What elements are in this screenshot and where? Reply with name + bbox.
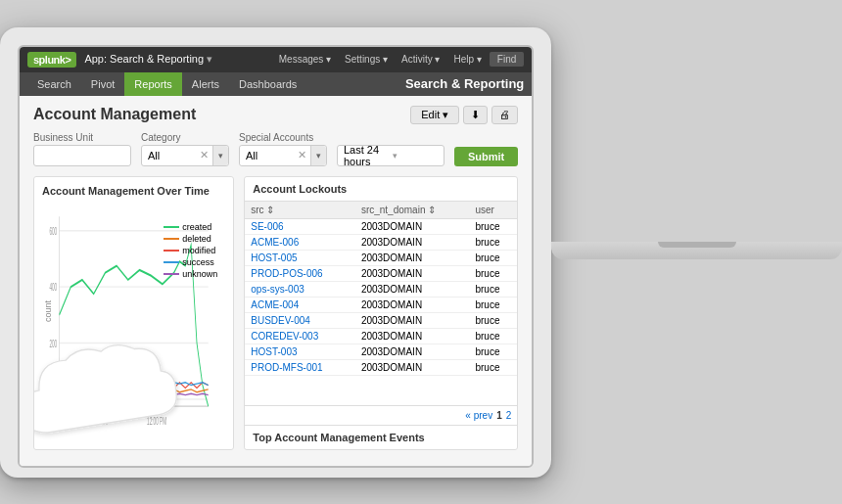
- legend-color-deleted: [164, 238, 179, 240]
- page-1-btn[interactable]: 1: [496, 410, 502, 421]
- lockouts-title: Account Lockouts: [245, 177, 517, 202]
- src-cell[interactable]: PROD-MFS-001: [245, 359, 355, 375]
- time-value: Last 24 hours: [344, 144, 389, 167]
- filters-row: Business Unit Category All ✕ ▾ Special A…: [33, 132, 518, 166]
- export-button[interactable]: ⬇: [463, 106, 488, 124]
- domain-cell: 2003DOMAIN: [355, 297, 470, 312]
- time-label: [337, 132, 444, 143]
- src-cell[interactable]: SE-006: [245, 218, 355, 234]
- nav-dashboards[interactable]: Dashboards: [229, 72, 306, 96]
- user-cell: bruce: [469, 312, 517, 328]
- page-header: Account Management Edit ▾ ⬇ 🖨: [33, 106, 518, 124]
- panels-container: Account Management Over Time count: [33, 176, 518, 450]
- top-nav: splunk> App: Search & Reporting ▾ Messag…: [20, 47, 532, 72]
- table-panel: Account Lockouts src ⇕ src_nt_domain ⇕ u…: [244, 176, 518, 450]
- user-cell: bruce: [469, 359, 517, 375]
- business-unit-filter: Business Unit: [33, 132, 131, 166]
- edit-button[interactable]: Edit ▾: [410, 106, 459, 124]
- category-arrow-icon[interactable]: ▾: [212, 146, 228, 165]
- content-area: Account Management Edit ▾ ⬇ 🖨 Business U…: [20, 96, 532, 466]
- legend-item-deleted: deleted: [164, 234, 217, 244]
- svg-text:400: 400: [49, 280, 57, 293]
- time-arrow-icon: ▾: [393, 151, 438, 160]
- page-2-btn[interactable]: 2: [506, 410, 512, 421]
- col-src[interactable]: src ⇕: [245, 202, 355, 219]
- src-cell[interactable]: HOST-003: [245, 344, 355, 359]
- table-row: BUSDEV-004 2003DOMAIN bruce: [245, 312, 517, 328]
- special-accounts-label: Special Accounts: [239, 132, 327, 143]
- submit-filter: Submit: [454, 134, 518, 166]
- table-row: HOST-003 2003DOMAIN bruce: [245, 344, 517, 359]
- user-cell: bruce: [469, 344, 517, 359]
- col-domain[interactable]: src_nt_domain ⇕: [355, 202, 470, 219]
- submit-spacer: [454, 134, 518, 145]
- laptop-notch: [658, 242, 736, 248]
- table-row: PROD-POS-006 2003DOMAIN bruce: [245, 265, 517, 281]
- nav-pivot[interactable]: Pivot: [81, 72, 124, 96]
- special-accounts-clear-icon[interactable]: ✕: [294, 149, 310, 161]
- business-unit-input[interactable]: [33, 145, 131, 166]
- special-accounts-filter: Special Accounts All ✕ ▾: [239, 132, 327, 166]
- sec-nav-items: Search Pivot Reports Alerts Dashboards: [27, 72, 405, 96]
- col-user[interactable]: user: [469, 202, 517, 219]
- category-clear-icon[interactable]: ✕: [196, 149, 212, 161]
- category-select[interactable]: All ✕ ▾: [141, 145, 229, 166]
- domain-cell: 2003DOMAIN: [355, 359, 470, 375]
- print-button[interactable]: 🖨: [491, 106, 518, 124]
- chart-svg-wrap: count: [42, 203, 225, 441]
- user-cell: bruce: [469, 250, 517, 265]
- nav-reports[interactable]: Reports: [124, 72, 182, 96]
- prev-page-btn[interactable]: « prev: [465, 410, 492, 421]
- settings-link[interactable]: Settings ▾: [339, 52, 394, 67]
- splunk-logo[interactable]: splunk>: [27, 52, 76, 68]
- svg-text:600: 600: [49, 224, 57, 237]
- user-cell: bruce: [469, 281, 517, 297]
- legend-item-modified: modified: [164, 246, 217, 255]
- src-cell[interactable]: ACME-006: [245, 234, 355, 250]
- special-accounts-select[interactable]: All ✕ ▾: [239, 145, 327, 166]
- app-name-label: App: Search & Reporting ▾: [84, 53, 212, 66]
- special-accounts-value: All: [240, 148, 294, 163]
- table-pagination: « prev 1 2: [245, 405, 517, 425]
- domain-cell: 2003DOMAIN: [355, 234, 470, 250]
- activity-link[interactable]: Activity ▾: [396, 52, 445, 67]
- nav-search[interactable]: Search: [27, 72, 81, 96]
- legend-color-success: [164, 261, 179, 263]
- nav-alerts[interactable]: Alerts: [182, 72, 229, 96]
- find-button[interactable]: Find: [490, 52, 524, 67]
- domain-cell: 2003DOMAIN: [355, 265, 470, 281]
- header-buttons: Edit ▾ ⬇ 🖨: [410, 106, 518, 124]
- cloud-overlay: [33, 334, 189, 450]
- category-value: All: [142, 148, 196, 163]
- laptop-screen: splunk> App: Search & Reporting ▾ Messag…: [18, 45, 534, 468]
- table-row: PROD-MFS-001 2003DOMAIN bruce: [245, 359, 517, 375]
- domain-cell: 2003DOMAIN: [355, 344, 470, 359]
- src-cell[interactable]: ACME-004: [245, 297, 355, 312]
- domain-cell: 2003DOMAIN: [355, 328, 470, 344]
- app-title-right: Search & Reporting: [405, 76, 524, 91]
- business-unit-label: Business Unit: [33, 132, 131, 143]
- domain-cell: 2003DOMAIN: [355, 312, 470, 328]
- help-link[interactable]: Help ▾: [447, 52, 487, 67]
- submit-button[interactable]: Submit: [454, 147, 518, 166]
- src-cell[interactable]: ops-sys-003: [245, 281, 355, 297]
- category-label: Category: [141, 132, 229, 143]
- chart-title: Account Management Over Time: [42, 185, 225, 197]
- table-row: ACME-006 2003DOMAIN bruce: [245, 234, 517, 250]
- table-row: HOST-005 2003DOMAIN bruce: [245, 250, 517, 265]
- legend-item-success: success: [164, 257, 217, 267]
- table-row: COREDEV-003 2003DOMAIN bruce: [245, 328, 517, 344]
- special-accounts-arrow-icon[interactable]: ▾: [310, 146, 326, 165]
- messages-link[interactable]: Messages ▾: [273, 52, 337, 67]
- src-cell[interactable]: PROD-POS-006: [245, 265, 355, 281]
- src-cell[interactable]: BUSDEV-004: [245, 312, 355, 328]
- legend-label-modified: modified: [182, 246, 215, 255]
- domain-cell: 2003DOMAIN: [355, 218, 470, 234]
- lockouts-table: src ⇕ src_nt_domain ⇕ user SE-006 2003DO…: [245, 202, 517, 376]
- table-row: ops-sys-003 2003DOMAIN bruce: [245, 281, 517, 297]
- src-cell[interactable]: COREDEV-003: [245, 328, 355, 344]
- time-select[interactable]: Last 24 hours ▾: [337, 145, 444, 166]
- legend-color-modified: [164, 250, 179, 252]
- src-cell[interactable]: HOST-005: [245, 250, 355, 265]
- category-filter: Category All ✕ ▾: [141, 132, 229, 166]
